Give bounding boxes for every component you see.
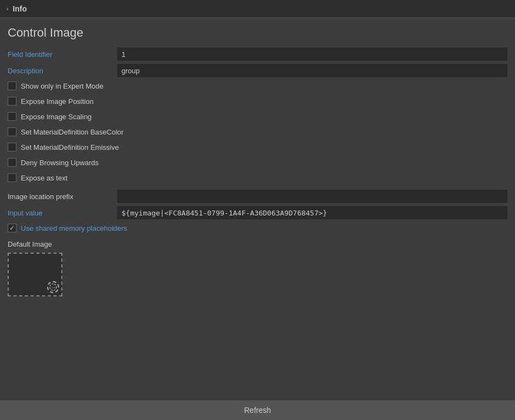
page-title: Control Image <box>8 26 507 40</box>
shared-memory-row: Use shared memory placeholders <box>8 223 507 234</box>
svg-point-0 <box>50 284 56 290</box>
checkbox-expose-position-row: Expose Image Position <box>8 96 507 107</box>
set-base-color-checkbox[interactable] <box>8 127 16 136</box>
input-value-label: Input value <box>8 209 117 217</box>
default-image-section: Default Image <box>8 238 507 296</box>
image-placeholder-icon <box>47 281 59 293</box>
checkbox-deny-browsing-row: Deny Browsing Upwards <box>8 157 507 168</box>
description-label: Description <box>8 67 117 75</box>
default-image-label: Default Image <box>8 240 507 248</box>
set-emissive-label: Set MaterialDefinition Emissive <box>21 143 119 151</box>
field-identifier-row: Field Identifier <box>8 48 507 61</box>
set-base-color-label: Set MaterialDefinition BaseColor <box>21 128 124 136</box>
expose-position-label: Expose Image Position <box>21 97 94 106</box>
main-content: Control Image Field Identifier Descripti… <box>0 18 515 400</box>
checkboxes-section: Show only in Expert Mode Expose Image Po… <box>8 80 507 188</box>
expose-text-checkbox[interactable] <box>8 173 16 182</box>
input-value-row: Input value <box>8 206 507 219</box>
chevron-right-icon: › <box>7 6 8 12</box>
image-location-row: Image location prefix <box>8 190 507 203</box>
deny-browsing-label: Deny Browsing Upwards <box>21 159 99 167</box>
checkbox-show-expert-row: Show only in Expert Mode <box>8 80 507 91</box>
default-image-box[interactable] <box>8 253 62 296</box>
show-expert-checkbox[interactable] <box>8 81 16 90</box>
shared-memory-label: Use shared memory placeholders <box>21 224 127 232</box>
info-header[interactable]: › Info <box>0 0 515 18</box>
checkbox-set-emissive-row: Set MaterialDefinition Emissive <box>8 142 507 153</box>
deny-browsing-checkbox[interactable] <box>8 158 16 167</box>
image-location-input[interactable] <box>117 190 507 203</box>
checkbox-set-base-color-row: Set MaterialDefinition BaseColor <box>8 126 507 137</box>
show-expert-label: Show only in Expert Mode <box>21 82 103 90</box>
expose-text-label: Expose as text <box>21 174 67 182</box>
expose-position-checkbox[interactable] <box>8 97 16 106</box>
set-emissive-checkbox[interactable] <box>8 143 16 151</box>
field-identifier-label: Field Identifier <box>8 50 117 59</box>
field-identifier-input[interactable] <box>117 48 507 61</box>
checkbox-expose-scaling-row: Expose Image Scaling <box>8 111 507 122</box>
refresh-button[interactable]: Refresh <box>0 400 515 420</box>
info-title: Info <box>13 4 27 13</box>
panel: › Info Control Image Field Identifier De… <box>0 0 515 420</box>
description-row: Description <box>8 64 507 77</box>
description-input[interactable] <box>117 64 507 77</box>
expose-scaling-label: Expose Image Scaling <box>21 113 91 121</box>
checkbox-expose-text-row: Expose as text <box>8 172 507 183</box>
input-value-input[interactable] <box>117 206 507 219</box>
image-location-label: Image location prefix <box>8 192 117 201</box>
shared-memory-checkbox[interactable] <box>8 224 16 232</box>
expose-scaling-checkbox[interactable] <box>8 112 16 121</box>
